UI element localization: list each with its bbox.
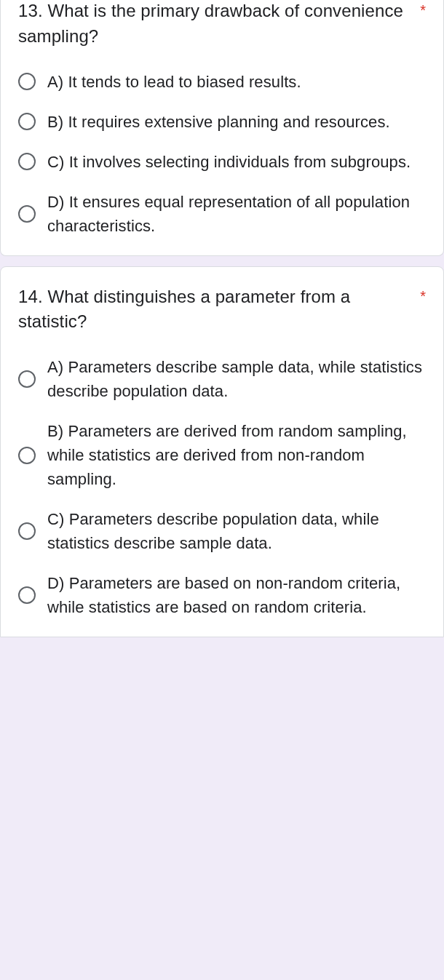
radio-icon: [18, 205, 36, 223]
option-label: D) It ensures equal representation of al…: [47, 190, 426, 238]
option-label: B) It requires extensive planning and re…: [47, 110, 390, 134]
option-label: C) Parameters describe population data, …: [47, 507, 426, 555]
options-group: A) It tends to lead to biased results. B…: [18, 70, 426, 238]
radio-icon: [18, 522, 36, 540]
radio-icon: [18, 73, 36, 90]
question-text: 14. What distinguishes a parameter from …: [18, 284, 413, 335]
option-label: C) It involves selecting individuals fro…: [47, 150, 411, 174]
option-label: D) Parameters are based on non-random cr…: [47, 571, 426, 619]
option-c[interactable]: C) It involves selecting individuals fro…: [18, 150, 426, 174]
radio-icon: [18, 113, 36, 130]
question-card-14: 14. What distinguishes a parameter from …: [0, 266, 444, 638]
question-card-13: 13. What is the primary drawback of conv…: [0, 0, 444, 256]
option-a[interactable]: A) Parameters describe sample data, whil…: [18, 355, 426, 403]
option-b[interactable]: B) It requires extensive planning and re…: [18, 110, 426, 134]
option-b[interactable]: B) Parameters are derived from random sa…: [18, 419, 426, 491]
question-text: 13. What is the primary drawback of conv…: [18, 0, 413, 49]
option-d[interactable]: D) It ensures equal representation of al…: [18, 190, 426, 238]
radio-icon: [18, 447, 36, 464]
option-c[interactable]: C) Parameters describe population data, …: [18, 507, 426, 555]
required-asterisk: *: [420, 284, 426, 305]
required-asterisk: *: [420, 0, 426, 19]
question-header: 14. What distinguishes a parameter from …: [18, 267, 426, 335]
option-a[interactable]: A) It tends to lead to biased results.: [18, 70, 426, 94]
radio-icon: [18, 370, 36, 388]
radio-icon: [18, 153, 36, 170]
options-group: A) Parameters describe sample data, whil…: [18, 355, 426, 619]
radio-icon: [18, 586, 36, 604]
option-label: A) It tends to lead to biased results.: [47, 70, 301, 94]
option-label: B) Parameters are derived from random sa…: [47, 419, 426, 491]
question-header: 13. What is the primary drawback of conv…: [18, 0, 426, 49]
option-d[interactable]: D) Parameters are based on non-random cr…: [18, 571, 426, 619]
option-label: A) Parameters describe sample data, whil…: [47, 355, 426, 403]
